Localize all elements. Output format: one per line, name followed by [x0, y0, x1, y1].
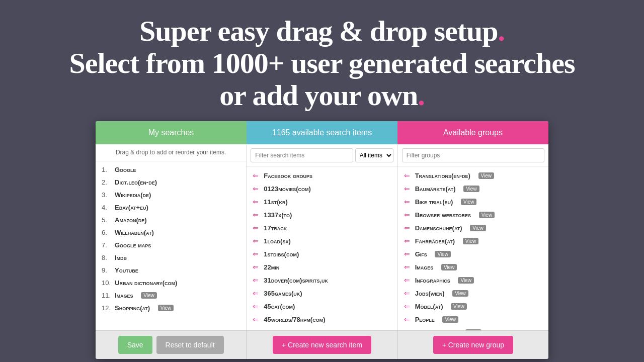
list-item[interactable]: 3.Wikipedia(de) [96, 189, 246, 201]
save-button[interactable]: Save [118, 336, 152, 354]
hero-line2: Select from 1000+ user generated searche… [20, 47, 624, 79]
arrow-left-icon: ⇐ [404, 237, 412, 245]
arrow-left-icon: ⇐ [404, 224, 412, 232]
list-item[interactable]: ⇐Infographics View [398, 274, 548, 287]
list-item[interactable]: ⇐11st(kr) [247, 195, 397, 208]
columns-body: Drag & drop to add or reorder your items… [96, 144, 548, 330]
list-item[interactable]: ⇐Fahrräder(at) View [398, 234, 548, 247]
list-item[interactable]: 10.Urban dictionary(com) [96, 277, 246, 289]
arrow-left-icon: ⇐ [404, 263, 412, 271]
arrow-left-icon: ⇐ [404, 302, 412, 310]
arrow-left-icon: ⇐ [404, 276, 412, 284]
list-item[interactable]: ⇐4helal(tv) [247, 326, 397, 330]
list-item[interactable]: 5.Amazon(de) [96, 214, 246, 226]
list-item[interactable]: ⇐1337x(to) [247, 208, 397, 221]
arrow-left-icon: ⇐ [253, 328, 261, 330]
arrow-left-icon: ⇐ [404, 211, 412, 219]
arrow-left-icon: ⇐ [404, 315, 412, 323]
arrow-left-icon: ⇐ [253, 289, 261, 297]
arrow-left-icon: ⇐ [253, 276, 261, 284]
list-item[interactable]: ⇐Bike trial(eu) View [398, 195, 548, 208]
list-item[interactable]: ⇐1stdibs(com) [247, 247, 397, 260]
list-item[interactable]: ⇐45worlds/78rpm(com) [247, 313, 397, 326]
arrow-left-icon: ⇐ [404, 171, 412, 179]
columns-header: My searches 1165 available search items … [96, 121, 548, 144]
list-item[interactable]: ⇐Facebook groups [247, 169, 397, 182]
footer-col3: + Create new group [398, 331, 548, 359]
list-item[interactable]: ⇐Translations(en-de) View [398, 169, 548, 182]
col3-filter [398, 144, 548, 167]
list-item[interactable]: ⇐22min [247, 260, 397, 274]
arrow-left-icon: ⇐ [404, 328, 412, 330]
list-item[interactable]: ⇐Search engines View [398, 326, 548, 330]
hero-line1-text: Super easy drag & drop setup [139, 15, 498, 47]
footer-col2: + Create new search item [247, 331, 397, 359]
col1-list[interactable]: 1.Google 2.Dict.leo(en-de) 3.Wikipedia(d… [96, 161, 246, 330]
create-search-button[interactable]: + Create new search item [273, 336, 371, 354]
list-item[interactable]: 4.Ebay(at+eu) [96, 201, 246, 214]
hero-section: Super easy drag & drop setup. Select fro… [0, 0, 644, 121]
list-item[interactable]: 12.Shopping(at) View [96, 302, 246, 314]
search-items-panel: All items ⇐Facebook groups ⇐0123movies(c… [247, 144, 397, 330]
arrow-left-icon: ⇐ [404, 289, 412, 297]
col2-list[interactable]: ⇐Facebook groups ⇐0123movies(com) ⇐11st(… [247, 167, 397, 330]
arrow-left-icon: ⇐ [404, 198, 412, 206]
groups-filter-input[interactable] [402, 148, 544, 162]
arrow-left-icon: ⇐ [253, 263, 261, 271]
columns-footer: Save Reset to default + Create new searc… [96, 330, 548, 359]
list-item[interactable]: 1.Google [96, 163, 246, 176]
arrow-left-icon: ⇐ [253, 315, 261, 323]
list-item[interactable]: ⇐Jobs(wien) View [398, 287, 548, 300]
arrow-left-icon: ⇐ [253, 224, 261, 232]
hero-line1: Super easy drag & drop setup. [20, 15, 624, 47]
col1-header: My searches [96, 121, 247, 144]
arrow-left-icon: ⇐ [253, 171, 261, 179]
arrow-left-icon: ⇐ [253, 237, 261, 245]
list-item[interactable]: ⇐Gifs View [398, 247, 548, 260]
hero-line3: or add your own. [20, 79, 624, 112]
my-searches-panel: Drag & drop to add or reorder your items… [96, 144, 247, 330]
reset-button[interactable]: Reset to default [156, 336, 224, 354]
col3-list[interactable]: ⇐Translations(en-de) View ⇐Baumärkte(at)… [398, 167, 548, 330]
arrow-left-icon: ⇐ [253, 198, 261, 206]
list-item[interactable]: 7.Google maps [96, 239, 246, 251]
hero-dot2: . [418, 79, 425, 112]
arrow-left-icon: ⇐ [253, 250, 261, 258]
list-item[interactable]: 11.Images View [96, 289, 246, 302]
list-item[interactable]: ⇐Browser webstores View [398, 208, 548, 221]
list-item[interactable]: ⇐365games(uk) [247, 287, 397, 300]
list-item[interactable]: ⇐17track [247, 221, 397, 234]
search-input[interactable] [251, 148, 353, 162]
list-item[interactable]: ⇐1load(sx) [247, 234, 397, 247]
col2-header: 1165 available search items [247, 121, 397, 144]
list-item[interactable]: ⇐People View [398, 313, 548, 326]
list-item[interactable]: ⇐Möbel(at) View [398, 300, 548, 313]
col1-subtitle: Drag & drop to add or reorder your items… [96, 144, 246, 161]
arrow-left-icon: ⇐ [404, 185, 412, 193]
hero-line3-text: or add your own [219, 79, 418, 112]
list-item[interactable]: 2.Dict.leo(en-de) [96, 176, 246, 189]
hero-line2-text: Select from 1000+ user generated searche… [69, 47, 575, 79]
col3-header: Available groups [397, 121, 548, 144]
list-item[interactable]: 6.Willhaben(at) [96, 226, 246, 239]
create-group-button[interactable]: + Create new group [433, 336, 513, 354]
list-item[interactable]: ⇐Images View [398, 260, 548, 274]
groups-panel: ⇐Translations(en-de) View ⇐Baumärkte(at)… [398, 144, 548, 330]
arrow-left-icon: ⇐ [404, 250, 412, 258]
col2-filter: All items [247, 144, 397, 167]
list-item[interactable]: ⇐31dover(com)spirits,uk [247, 274, 397, 287]
arrow-left-icon: ⇐ [253, 185, 261, 193]
arrow-left-icon: ⇐ [253, 211, 261, 219]
filter-select[interactable]: All items [355, 148, 393, 162]
arrow-left-icon: ⇐ [253, 302, 261, 310]
list-item[interactable]: ⇐45cat(com) [247, 300, 397, 313]
list-item[interactable]: ⇐0123movies(com) [247, 182, 397, 195]
footer-col1: Save Reset to default [96, 331, 247, 359]
hero-dot1: . [498, 15, 505, 47]
list-item[interactable]: ⇐Baumärkte(at) View [398, 182, 548, 195]
ui-panel: My searches 1165 available search items … [96, 121, 548, 359]
list-item[interactable]: 9.Youtube [96, 264, 246, 277]
list-item[interactable]: 8.Imdb [96, 251, 246, 264]
list-item[interactable]: ⇐Damenschuhe(at) View [398, 221, 548, 234]
